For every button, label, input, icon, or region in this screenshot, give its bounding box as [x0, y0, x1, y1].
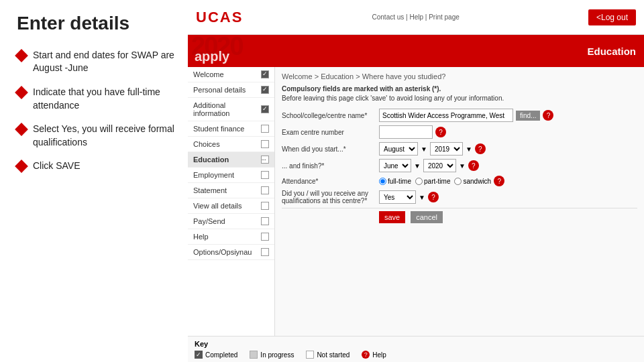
form-divider	[282, 208, 637, 208]
ucas-header: UCAS Contact us | Help | Print page <Log…	[188, 0, 644, 35]
nav-item-options[interactable]: Options/Opsiynau	[188, 245, 274, 260]
arrow-icon-end-yr: ▼	[459, 162, 466, 170]
bullet-diamond-4	[15, 160, 28, 173]
form-row-quals: Did you / will you receive any qualifica…	[282, 190, 637, 204]
save-button[interactable]: save	[379, 211, 405, 223]
banner-apply: apply	[195, 49, 229, 64]
nav-label-education: Education	[193, 156, 229, 164]
form-row-attendance: Attendance* full-time part-time	[282, 176, 637, 186]
nav-checkbox-education	[261, 156, 269, 164]
nav-item-viewall[interactable]: View all details	[188, 198, 274, 214]
nav-label-welcome: Welcome	[193, 70, 224, 78]
fulltime-label: full-time	[388, 178, 411, 185]
nav-label-paysend: Pay/Send	[193, 217, 225, 225]
key-label-notstarted: Not started	[317, 351, 350, 359]
breadcrumb: Welcome > Education > Where have you stu…	[282, 72, 637, 80]
start-month-select[interactable]: August	[379, 142, 418, 156]
attendance-sandwich: sandwich	[454, 178, 491, 185]
nav-label-choices: Choices	[193, 140, 220, 148]
nav-item-personal[interactable]: Personal details	[188, 82, 274, 98]
nav-item-choices[interactable]: Choices	[188, 137, 274, 152]
fulltime-radio[interactable]	[379, 178, 386, 185]
key-item-completed: ✓ Completed	[195, 351, 237, 359]
nav-item-help[interactable]: Help	[188, 229, 274, 245]
form-row-school: School/college/centre name* find... ?	[282, 109, 637, 122]
nav-label-employment: Employment	[193, 171, 234, 179]
attendance-parttime: part-time	[415, 178, 450, 185]
start-help-button[interactable]: ?	[475, 143, 486, 154]
quals-help-button[interactable]: ?	[428, 192, 439, 202]
form-control-end: June ▼ 2020 ▼ ?	[379, 159, 637, 172]
logout-button[interactable]: <Log out	[588, 9, 636, 25]
end-month-select[interactable]: June	[379, 159, 411, 172]
bullet-item-4: Click SAVE	[17, 160, 174, 173]
form-control-school: find... ?	[379, 109, 637, 122]
key-item-help: ? Help	[362, 351, 386, 359]
sandwich-label: sandwich	[463, 178, 491, 185]
key-items: ✓ Completed In progress Not started ? He…	[195, 351, 637, 359]
end-year-select[interactable]: 2020	[423, 159, 456, 172]
nav-panel: Welcome Personal details Additional info…	[188, 67, 275, 362]
nav-checkbox-help	[261, 233, 269, 241]
nav-label-viewall: View all details	[193, 202, 242, 210]
exam-input[interactable]	[379, 125, 433, 139]
form-row-start: When did you start...* August ▼ 2019 ▼ ?	[282, 142, 637, 156]
form-control-start: August ▼ 2019 ▼ ?	[379, 142, 637, 156]
nav-checkbox-options	[261, 248, 269, 256]
nav-item-additional[interactable]: Additional information	[188, 98, 274, 121]
bullet-diamond-1	[15, 49, 28, 62]
exam-help-button[interactable]: ?	[435, 127, 446, 137]
school-help-button[interactable]: ?	[543, 110, 553, 121]
bullet-diamond-2	[15, 86, 28, 99]
form-control-attendance: full-time part-time sandwich ?	[379, 176, 637, 186]
nav-item-employment[interactable]: Employment	[188, 168, 274, 183]
school-input[interactable]	[379, 109, 513, 122]
key-section: Key ✓ Completed In progress Not started …	[188, 336, 644, 362]
nav-item-finance[interactable]: Student finance	[188, 121, 274, 137]
nav-checkbox-finance	[261, 125, 269, 133]
nav-item-welcome[interactable]: Welcome	[188, 67, 274, 82]
form-label-quals: Did you / will you receive any qualifica…	[282, 190, 379, 204]
attendance-fulltime: full-time	[379, 178, 411, 185]
nav-label-finance: Student finance	[193, 125, 244, 133]
bullet-item-2: Indicate that you have full-time attenda…	[17, 86, 174, 112]
quals-select[interactable]: Yes No	[379, 190, 416, 204]
arrow-icon-start: ▼	[421, 145, 427, 153]
start-year-select[interactable]: 2019	[430, 142, 463, 156]
parttime-radio[interactable]	[415, 178, 423, 185]
nav-label-personal: Personal details	[193, 86, 246, 94]
end-help-button[interactable]: ?	[468, 160, 479, 171]
bullet-text-2: Indicate that you have full-time attenda…	[33, 86, 174, 112]
cancel-button[interactable]: cancel	[411, 211, 443, 223]
ucas-logo: UCAS	[196, 9, 243, 26]
key-label-completed: Completed	[205, 351, 237, 359]
key-icon-help: ?	[362, 351, 370, 359]
nav-item-paysend[interactable]: Pay/Send	[188, 214, 274, 229]
bullet-text-1: Start and end dates for SWAP are August …	[33, 49, 174, 75]
banner-education: Education	[587, 46, 636, 57]
form-row-exam: Exam centre number ?	[282, 125, 637, 139]
key-label-inprogress: In progress	[260, 351, 294, 359]
nav-label-statement: Statement	[193, 186, 227, 194]
nav-checkbox-viewall	[261, 202, 269, 210]
form-label-exam: Exam centre number	[282, 129, 379, 136]
form-control-exam: ?	[379, 125, 637, 139]
form-area: Welcome > Education > Where have you stu…	[275, 67, 644, 362]
attendance-help-button[interactable]: ?	[494, 176, 504, 186]
nav-label-additional: Additional information	[193, 101, 261, 117]
sandwich-radio[interactable]	[454, 178, 462, 185]
header-links: Contact us | Help | Print page	[372, 13, 460, 21]
attendance-radio-group: full-time part-time sandwich	[379, 178, 491, 185]
form-buttons: save cancel	[379, 211, 637, 223]
arrow-icon-end: ▼	[414, 162, 421, 170]
nav-checkbox-employment	[261, 171, 269, 179]
form-label-start: When did you start...*	[282, 145, 379, 153]
form-label-school: School/college/centre name*	[282, 112, 379, 119]
page-title: Enter details	[17, 13, 174, 34]
nav-checkbox-additional	[261, 105, 269, 113]
nav-checkbox-personal	[261, 86, 269, 94]
nav-item-statement[interactable]: Statement	[188, 183, 274, 198]
bullet-text-4: Click SAVE	[33, 160, 80, 173]
nav-item-education[interactable]: Education	[188, 152, 274, 168]
find-button[interactable]: find...	[516, 111, 540, 121]
